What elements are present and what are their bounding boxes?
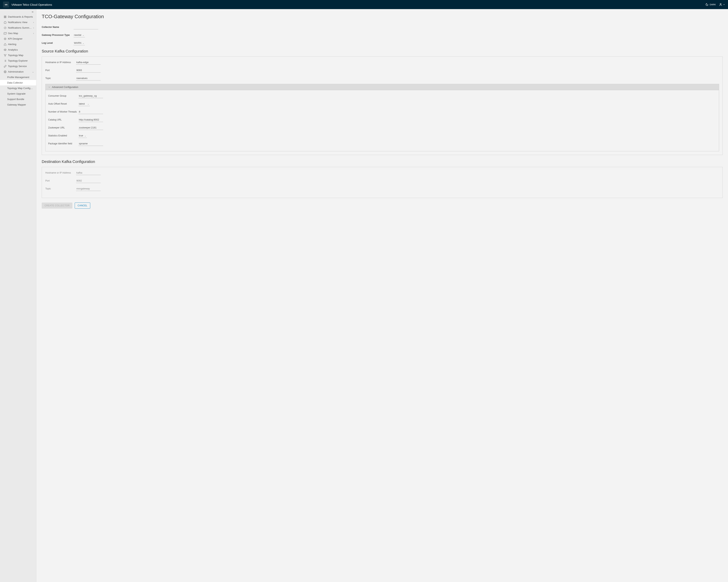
topo-icon <box>4 54 6 57</box>
sidebar-item-topology-service[interactable]: Topology Service <box>0 63 36 69</box>
chevron-icon: › <box>33 21 34 24</box>
sidebar-item-label: Topology Service <box>8 65 34 67</box>
dest-port-label: Port <box>45 179 76 182</box>
stats-select[interactable] <box>78 133 87 138</box>
service-icon <box>4 65 6 67</box>
dark-label: DARK <box>710 3 716 6</box>
svg-line-6 <box>5 27 5 28</box>
gateway-type-select[interactable] <box>74 33 85 37</box>
chevron-icon: › <box>33 32 34 35</box>
gauge-icon <box>4 27 6 29</box>
chevron-down-icon <box>48 86 50 88</box>
gateway-type-label: Gateway Processor Type <box>42 34 74 36</box>
chevron-down-icon <box>723 4 725 5</box>
consumer-group-label: Consumer Group <box>48 94 78 97</box>
dashboard-icon <box>4 16 6 18</box>
sidebar-subitem-support-bundle[interactable]: Support Bundle <box>0 96 36 102</box>
app-header: vm VMware Telco Cloud Operations DARK <box>0 0 728 9</box>
user-icon <box>719 3 722 6</box>
collector-name-input[interactable] <box>74 25 98 29</box>
source-port-input[interactable] <box>76 68 101 73</box>
user-menu[interactable] <box>719 3 725 6</box>
cancel-button[interactable]: CANCEL <box>75 202 90 209</box>
svg-point-10 <box>5 50 5 50</box>
sidebar-subitem-data-collector[interactable]: Data Collector <box>0 80 36 85</box>
app-title: VMware Telco Cloud Operations <box>11 3 705 6</box>
source-port-label: Port <box>45 69 76 72</box>
svg-rect-4 <box>5 17 6 18</box>
sidebar-item-label: Dashboards & Reports <box>8 15 34 18</box>
eye-icon <box>4 49 6 51</box>
chevron-icon: ⌄ <box>32 71 34 73</box>
sidebar-item-geo-map[interactable]: Geo Map› <box>0 30 36 36</box>
gear-icon <box>4 71 6 73</box>
sidebar-item-kpi-designer[interactable]: KPI Designer <box>0 36 36 41</box>
source-hostname-input[interactable] <box>76 60 101 64</box>
sidebar-item-dashboards-reports[interactable]: Dashboards & Reports <box>0 14 36 20</box>
sidebar-subitem-gateway-mapper[interactable]: Gateway Mapper <box>0 102 36 107</box>
sidebar-item-notifications-view[interactable]: Notifications View› <box>0 20 36 25</box>
catalog-label: Catalog URL <box>48 118 78 121</box>
sidebar: Dashboards & ReportsNotifications View›N… <box>0 9 36 582</box>
alert-icon <box>4 43 6 46</box>
catalog-input[interactable] <box>78 117 103 122</box>
svg-marker-7 <box>4 32 6 34</box>
sidebar-item-label: Notifications View <box>8 21 32 24</box>
sidebar-item-label: Analytics <box>8 48 34 51</box>
dest-topic-label: Topic <box>45 187 76 190</box>
dest-topic-input[interactable] <box>76 187 101 191</box>
advanced-config-label: Advanced Configuration <box>52 86 78 88</box>
sidebar-subitem-system-upgrade[interactable]: System Upgrade <box>0 91 36 96</box>
svg-line-15 <box>5 55 6 56</box>
main-content: TCO-Gateway Configuration Collector Name… <box>36 9 728 582</box>
sidebar-item-topology-explorer[interactable]: Topology Explorer <box>0 58 36 63</box>
pkg-input[interactable] <box>78 141 103 146</box>
svg-rect-3 <box>4 17 5 18</box>
source-section-title: Source Kafka Configuration <box>42 49 723 53</box>
pkg-label: Package Identifier field <box>48 142 78 145</box>
dest-hostname-label: Hostname or IP Address <box>45 171 76 174</box>
collector-name-label: Collector Name <box>42 26 74 28</box>
sidebar-subitem-topology-map-configurat-[interactable]: Topology Map Configurat… <box>0 85 36 91</box>
create-collector-button[interactable]: CREATE COLLECTOR <box>42 202 72 209</box>
sidebar-item-label: Geo Map <box>8 32 32 35</box>
source-topic-input[interactable] <box>76 76 101 81</box>
sidebar-item-alerting[interactable]: Alerting <box>0 41 36 47</box>
dest-section-title: Destination Kafka Configuration <box>42 160 723 164</box>
kpi-icon <box>4 37 6 40</box>
svg-point-8 <box>5 38 5 39</box>
dest-port-input[interactable] <box>76 178 101 183</box>
sidebar-item-label: Administration <box>8 70 30 73</box>
sidebar-item-label: Alerting <box>8 43 34 46</box>
sidebar-item-label: KPI Designer <box>8 37 34 40</box>
svg-point-13 <box>5 56 5 56</box>
svg-rect-2 <box>5 16 6 17</box>
sidebar-subitem-profile-management[interactable]: Profile Management <box>0 75 36 80</box>
sidebar-item-topology-map[interactable]: Topology Map <box>0 53 36 58</box>
log-level-label: Log Level <box>42 42 74 44</box>
svg-point-11 <box>4 54 4 55</box>
auto-offset-select[interactable] <box>78 102 90 106</box>
log-level-select[interactable] <box>74 41 85 45</box>
source-section: Hostname or IP Address Port Topic Advanc… <box>42 56 723 155</box>
source-topic-label: Topic <box>45 77 76 80</box>
dest-hostname-input[interactable] <box>76 170 101 175</box>
zookeeper-label: Zookeeper URL <box>48 127 78 129</box>
sidebar-item-analytics[interactable]: Analytics <box>0 47 36 53</box>
svg-point-22 <box>5 72 5 72</box>
advanced-config-toggle[interactable]: Advanced Configuration <box>45 84 719 90</box>
zookeeper-input[interactable] <box>78 126 103 130</box>
sidebar-item-label: Topology Explorer <box>8 59 34 62</box>
sidebar-item-administration[interactable]: Administration⌄ <box>0 69 36 75</box>
sidebar-item-notifications-summ-[interactable]: Notifications Summ…› <box>0 25 36 30</box>
sidebar-collapse-button[interactable] <box>31 10 34 13</box>
workers-input[interactable] <box>78 110 103 114</box>
home-icon <box>4 21 6 24</box>
stats-label: Statistics Enabled <box>48 134 78 137</box>
consumer-group-input[interactable] <box>78 93 103 98</box>
page-title: TCO-Gateway Configuration <box>42 13 723 20</box>
svg-point-9 <box>4 38 6 40</box>
svg-rect-1 <box>4 16 5 17</box>
auto-offset-label: Auto Offset Reset <box>48 103 78 105</box>
dark-mode-toggle[interactable]: DARK <box>705 3 716 6</box>
